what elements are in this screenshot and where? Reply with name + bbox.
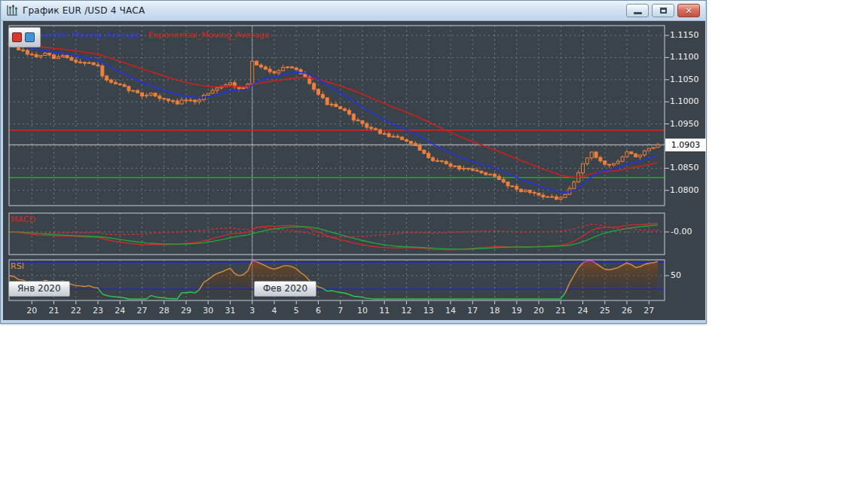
- date-label: 21: [45, 306, 63, 316]
- date-label: 7: [332, 306, 350, 316]
- price-axis-label: 1.1100: [670, 52, 699, 62]
- date-label: 25: [596, 306, 614, 316]
- rsi-label: RSI: [11, 261, 24, 271]
- date-label: 18: [486, 306, 504, 316]
- date-label: 23: [89, 306, 107, 316]
- price-axis-label: 1.1150: [670, 30, 699, 40]
- date-label: 12: [398, 306, 416, 316]
- chart-area[interactable]: Exponential_Moving_Average Exponential_M…: [3, 21, 705, 320]
- current-price-label: 1.0903: [665, 139, 706, 151]
- window-title: График EUR /USD 4 ЧАСА: [23, 5, 145, 16]
- date-label: 14: [442, 306, 460, 316]
- restore-button[interactable]: [652, 4, 674, 17]
- date-label: 24: [574, 306, 592, 316]
- date-label: 31: [222, 306, 240, 316]
- month-button-jan2020[interactable]: Янв 2020: [8, 281, 70, 297]
- date-label: 20: [530, 306, 548, 316]
- chart-window: График EUR /USD 4 ЧАСА ✕ Exponential_Mov…: [0, 0, 707, 324]
- date-label: 26: [618, 306, 636, 316]
- indicator-legend: Exponential_Moving_Average Exponential_M…: [19, 30, 269, 40]
- price-axis-label: 1.0850: [670, 163, 699, 172]
- date-label: 24: [111, 306, 129, 316]
- price-chart-canvas[interactable]: [3, 21, 705, 320]
- blue-indicator-button[interactable]: [25, 32, 35, 42]
- chart-icon: [5, 4, 19, 17]
- month-button-feb2020[interactable]: Фев 2020: [254, 281, 316, 297]
- price-axis-label: 1.1000: [670, 96, 699, 106]
- date-label: 11: [375, 306, 393, 316]
- macd-label: MACD: [11, 215, 35, 224]
- date-label: 6: [310, 306, 328, 316]
- indicator-buttons-panel: [8, 27, 41, 47]
- price-axis-label: 1.0950: [670, 119, 699, 129]
- date-label: 3: [243, 306, 261, 316]
- minimize-icon: [634, 12, 642, 14]
- restore-icon: [660, 8, 667, 14]
- titlebar[interactable]: График EUR /USD 4 ЧАСА ✕: [2, 1, 705, 21]
- date-label: 27: [640, 306, 658, 316]
- date-label: 5: [287, 306, 305, 316]
- rsi-value-label: 50: [671, 270, 681, 280]
- red-indicator-button[interactable]: [12, 32, 22, 42]
- date-label: 27: [133, 306, 151, 316]
- minimize-button[interactable]: [626, 4, 649, 17]
- macd-value-label: -0.00: [671, 227, 692, 236]
- date-label: 19: [508, 306, 526, 316]
- price-axis-label: 1.0800: [670, 185, 699, 195]
- date-label: 28: [155, 306, 173, 316]
- close-button[interactable]: ✕: [677, 4, 700, 17]
- date-label: 21: [552, 306, 570, 316]
- close-icon: ✕: [685, 7, 692, 15]
- price-axis-label: 1.1050: [670, 75, 699, 84]
- date-label: 10: [353, 306, 371, 316]
- date-label: 29: [177, 306, 195, 316]
- desktop: График EUR /USD 4 ЧАСА ✕ Exponential_Mov…: [0, 0, 868, 488]
- date-label: 30: [199, 306, 217, 316]
- date-label: 20: [23, 306, 41, 316]
- date-label: 4: [265, 306, 283, 316]
- date-label: 22: [67, 306, 85, 316]
- date-label: 17: [463, 306, 481, 316]
- ema-slow-legend-label: Exponential_Moving_Average: [148, 30, 269, 40]
- date-label: 13: [420, 306, 438, 316]
